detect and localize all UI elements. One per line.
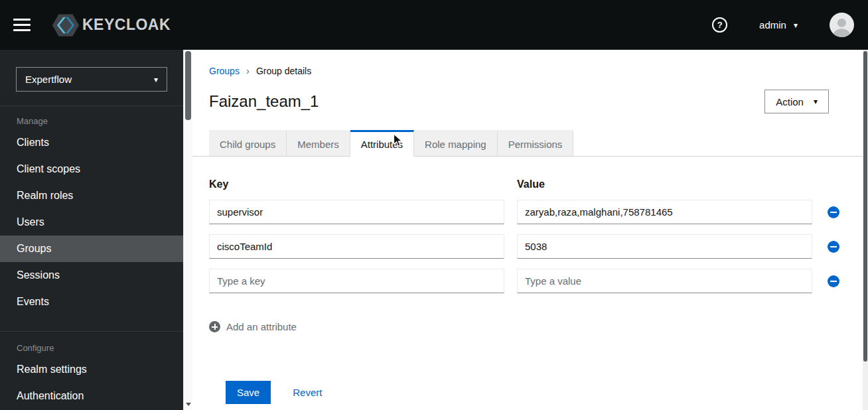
attribute-row <box>209 200 863 224</box>
tab-bar: Child groups Members Attributes Role map… <box>192 130 863 157</box>
attribute-value-input[interactable] <box>517 200 812 224</box>
add-attribute-label: Add an attribute <box>226 321 297 332</box>
remove-attribute-button[interactable] <box>825 273 842 290</box>
value-column-header: Value <box>517 178 812 190</box>
page-scrollbar[interactable] <box>863 50 868 410</box>
keycloak-logo-icon <box>52 13 80 37</box>
chevron-down-icon: ▾ <box>154 76 158 84</box>
nav-section-manage: Manage <box>0 116 183 126</box>
keycloak-logo[interactable]: KEYCLOAK <box>52 13 171 37</box>
main-content: Groups › Group details Faizan_team_1 Act… <box>192 50 863 410</box>
sidebar: Expertflow ▾ Manage Clients Client scope… <box>0 50 183 410</box>
realm-selector[interactable]: Expertflow ▾ <box>16 67 167 92</box>
brand-text: KEYCLOAK <box>82 16 171 34</box>
sidebar-scroll-down-arrow[interactable] <box>184 399 192 409</box>
sidebar-item-sessions[interactable]: Sessions <box>0 262 183 289</box>
attribute-row <box>209 234 863 259</box>
sidebar-scrollbar-thumb[interactable] <box>185 51 191 120</box>
sidebar-item-clients[interactable]: Clients <box>0 129 183 156</box>
attribute-key-input[interactable] <box>209 234 504 259</box>
user-menu[interactable]: admin ▾ <box>759 19 798 31</box>
configure-section: Configure Realm settings Authentication <box>0 331 183 409</box>
keycloak-admin-console: KEYCLOAK ? admin ▾ Expertflow ▾ <box>0 0 868 410</box>
sidebar-item-client-scopes[interactable]: Client scopes <box>0 156 183 182</box>
realm-selector-wrap: Expertflow ▾ <box>0 50 183 106</box>
key-column-header: Key <box>209 178 504 190</box>
topbar-right: ? admin ▾ <box>712 13 854 37</box>
minus-circle-icon <box>828 241 839 253</box>
tab-child-groups[interactable]: Child groups <box>209 130 287 157</box>
realm-name: Expertflow <box>25 74 72 85</box>
page-scrollbar-thumb[interactable] <box>863 51 867 362</box>
sidebar-item-realm-settings[interactable]: Realm settings <box>0 356 183 383</box>
remove-attribute-button[interactable] <box>825 238 842 255</box>
user-silhouette-icon <box>830 15 854 37</box>
sidebar-item-events[interactable]: Events <box>0 289 183 315</box>
tab-attributes[interactable]: Attributes <box>350 130 414 157</box>
remove-attribute-button[interactable] <box>825 204 842 221</box>
chevron-down-icon: ▾ <box>814 98 818 105</box>
page-header: Faizan_team_1 Action ▾ <box>192 76 863 113</box>
sidebar-item-users[interactable]: Users <box>0 209 183 236</box>
minus-circle-icon <box>828 206 839 218</box>
nav-section-configure: Configure <box>0 343 183 353</box>
help-icon[interactable]: ? <box>712 17 727 33</box>
attribute-key-input[interactable] <box>209 269 504 293</box>
hamburger-menu-icon[interactable] <box>13 19 31 31</box>
tab-permissions[interactable]: Permissions <box>498 130 574 157</box>
add-attribute-button[interactable]: Add an attribute <box>209 321 297 332</box>
page-title: Faizan_team_1 <box>209 92 319 111</box>
chevron-down-icon: ▾ <box>794 21 798 29</box>
configure-nav-list: Realm settings Authentication <box>0 356 183 409</box>
attribute-row <box>209 269 863 293</box>
revert-button[interactable]: Revert <box>293 387 322 398</box>
attribute-value-input[interactable] <box>517 234 812 259</box>
sidebar-item-authentication[interactable]: Authentication <box>0 383 183 409</box>
tab-role-mapping[interactable]: Role mapping <box>414 130 498 157</box>
plus-circle-icon <box>209 321 220 332</box>
tab-members[interactable]: Members <box>287 130 350 157</box>
breadcrumb-separator-icon: › <box>246 65 250 76</box>
breadcrumb-current: Group details <box>256 66 311 76</box>
user-name: admin <box>759 19 786 31</box>
minus-circle-icon <box>828 275 839 287</box>
avatar[interactable] <box>830 13 854 37</box>
attributes-header-row: Key Value <box>209 178 863 190</box>
form-actions: Save Revert <box>209 381 863 404</box>
breadcrumb: Groups › Group details <box>192 50 863 76</box>
action-label: Action <box>776 96 804 107</box>
attribute-key-input[interactable] <box>209 200 504 224</box>
manage-nav-list: Clients Client scopes Realm roles Users … <box>0 129 183 315</box>
attributes-panel: Key Value <box>192 178 863 404</box>
sidebar-item-groups[interactable]: Groups <box>0 236 183 262</box>
save-button[interactable]: Save <box>226 381 271 404</box>
attribute-value-input[interactable] <box>517 269 812 293</box>
breadcrumb-link-groups[interactable]: Groups <box>209 66 240 76</box>
sidebar-scrollbar[interactable] <box>183 50 192 410</box>
action-dropdown[interactable]: Action ▾ <box>764 90 829 113</box>
sidebar-item-realm-roles[interactable]: Realm roles <box>0 182 183 209</box>
top-bar: KEYCLOAK ? admin ▾ <box>0 0 868 50</box>
